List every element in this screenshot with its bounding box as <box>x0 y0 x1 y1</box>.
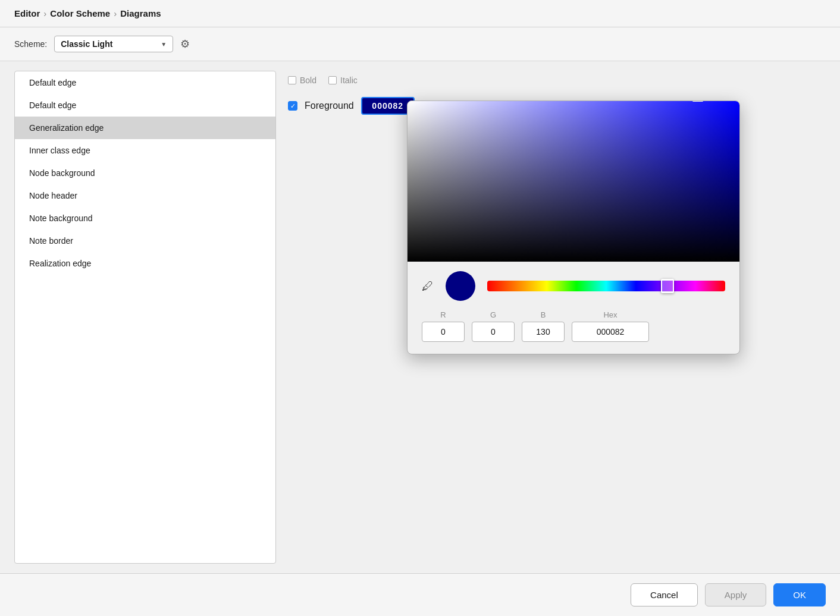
list-item-note-background[interactable]: Note background <box>15 207 275 230</box>
italic-checkbox[interactable] <box>328 76 337 84</box>
breadcrumb-editor: Editor <box>14 8 40 18</box>
italic-checkbox-label[interactable]: Italic <box>328 76 358 85</box>
breadcrumb-sep2: › <box>114 8 117 18</box>
hex-group: Hex <box>572 310 649 342</box>
checkmark-icon: ✓ <box>290 102 296 110</box>
eyedropper-icon[interactable]: 🖊 <box>422 279 434 293</box>
main-area: Default edge Default edge Generalization… <box>0 61 840 573</box>
r-input[interactable] <box>422 322 465 342</box>
list-item-default-edge-2[interactable]: Default edge <box>15 94 275 117</box>
list-item-node-header[interactable]: Node header <box>15 184 275 207</box>
bold-label: Bold <box>300 76 316 85</box>
cancel-button[interactable]: Cancel <box>631 583 698 606</box>
apply-button: Apply <box>705 583 767 606</box>
b-input[interactable] <box>522 322 565 342</box>
gear-icon[interactable]: ⚙ <box>180 37 190 51</box>
scheme-value: Classic Light <box>61 39 155 49</box>
g-label: G <box>490 310 496 319</box>
b-group: B <box>522 310 565 342</box>
r-label: R <box>440 310 446 319</box>
list-item-generalization-edge[interactable]: Generalization edge <box>15 117 275 139</box>
list-item-node-background[interactable]: Node background <box>15 162 275 184</box>
ok-button[interactable]: OK <box>773 583 826 606</box>
rgb-inputs: R G B Hex <box>408 301 739 342</box>
foreground-checkbox[interactable]: ✓ <box>288 101 297 111</box>
hue-strip[interactable] <box>487 281 725 291</box>
bold-checkbox[interactable] <box>288 76 296 84</box>
color-preview-circle <box>446 271 475 301</box>
r-group: R <box>422 310 465 342</box>
bottom-bar: Cancel Apply OK <box>0 573 840 616</box>
g-input[interactable] <box>472 322 515 342</box>
list-item-inner-class-edge[interactable]: Inner class edge <box>15 139 275 162</box>
color-gradient-dark <box>408 101 739 262</box>
breadcrumb-sep1: › <box>43 8 46 18</box>
color-picker-popup: 🖊 R G B <box>407 100 740 354</box>
list-item-note-border[interactable]: Note border <box>15 230 275 252</box>
scheme-dropdown[interactable]: Classic Light ▼ <box>54 36 173 52</box>
list-item-default-edge-1[interactable]: Default edge <box>15 71 275 94</box>
list-item-realization-edge[interactable]: Realization edge <box>15 252 275 275</box>
b-label: B <box>541 310 546 319</box>
bold-checkbox-label[interactable]: Bold <box>288 76 316 85</box>
font-options-row: Bold Italic <box>288 71 814 92</box>
breadcrumb-bar: Editor › Color Scheme › Diagrams <box>0 0 840 27</box>
g-group: G <box>472 310 515 342</box>
breadcrumb-diagrams: Diagrams <box>120 8 161 18</box>
hex-label: Hex <box>603 310 617 319</box>
breadcrumb-colorscheme: Color Scheme <box>50 8 110 18</box>
foreground-label: Foreground <box>305 100 354 111</box>
hue-thumb[interactable] <box>661 279 674 293</box>
hex-input[interactable] <box>572 322 649 342</box>
picker-controls: 🖊 <box>408 262 739 301</box>
hue-strip-container <box>487 281 725 291</box>
color-gradient-area[interactable] <box>408 101 739 262</box>
scheme-label: Scheme: <box>14 39 47 49</box>
list-panel: Default edge Default edge Generalization… <box>14 71 276 564</box>
right-panel: Bold Italic ✓ Foreground 000082 � <box>276 71 826 564</box>
scheme-row: Scheme: Classic Light ▼ ⚙ <box>0 27 840 61</box>
italic-label: Italic <box>340 76 358 85</box>
chevron-down-icon: ▼ <box>161 41 167 48</box>
